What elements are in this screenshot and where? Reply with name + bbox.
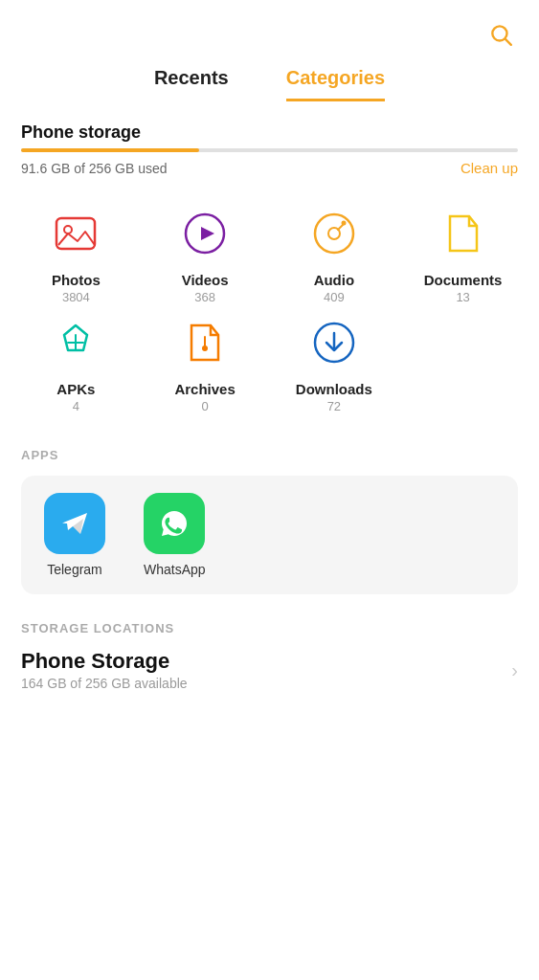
- storage-used-text: 91.6 GB of 256 GB used: [21, 161, 168, 176]
- search-button[interactable]: [483, 17, 518, 52]
- archives-label: Archives: [174, 381, 235, 397]
- apks-label: APKs: [56, 381, 95, 397]
- archives-count: 0: [202, 399, 209, 413]
- photos-count: 3804: [62, 290, 90, 304]
- documents-icon: [433, 203, 494, 264]
- storage-location-phone[interactable]: Phone Storage 164 GB of 256 GB available…: [21, 645, 518, 693]
- whatsapp-icon: [144, 493, 205, 554]
- downloads-icon: [303, 312, 365, 373]
- videos-count: 368: [194, 290, 215, 304]
- downloads-count: 72: [327, 399, 341, 413]
- apps-label: APPS: [21, 448, 518, 462]
- storage-location-sub: 164 GB of 256 GB available: [21, 676, 188, 691]
- category-videos[interactable]: Videos 368: [143, 203, 268, 304]
- header: [0, 0, 539, 59]
- categories-grid: Photos 3804 Videos 368 Audio 409: [0, 176, 539, 421]
- telegram-label: Telegram: [47, 562, 102, 577]
- audio-count: 409: [324, 290, 345, 304]
- svg-rect-2: [56, 218, 95, 249]
- apks-count: 4: [73, 399, 79, 413]
- phone-storage-title: Phone storage: [0, 101, 539, 143]
- archives-icon: [174, 312, 236, 373]
- storage-locations: STORAGE LOCATIONS Phone Storage 164 GB o…: [0, 594, 539, 693]
- category-audio[interactable]: Audio 409: [272, 203, 397, 304]
- category-archives[interactable]: Archives 0: [143, 312, 268, 413]
- storage-location-info: Phone Storage 164 GB of 256 GB available: [21, 649, 188, 691]
- svg-marker-5: [201, 227, 214, 240]
- tabs: Recents Categories: [0, 59, 539, 101]
- apks-icon: [45, 312, 106, 373]
- storage-locations-label: STORAGE LOCATIONS: [21, 621, 518, 635]
- tab-categories[interactable]: Categories: [286, 67, 385, 101]
- app-telegram[interactable]: Telegram: [44, 493, 105, 577]
- storage-bar: [0, 143, 539, 152]
- svg-line-1: [505, 39, 511, 45]
- category-photos[interactable]: Photos 3804: [13, 203, 139, 304]
- storage-location-name: Phone Storage: [21, 649, 188, 674]
- videos-label: Videos: [182, 272, 229, 288]
- apps-grid: Telegram WhatsApp: [21, 476, 518, 594]
- apps-section: APPS Telegram WhatsApp: [0, 421, 539, 594]
- photos-label: Photos: [52, 272, 101, 288]
- videos-icon: [174, 203, 236, 264]
- storage-bar-fill: [21, 148, 199, 152]
- downloads-label: Downloads: [296, 381, 372, 397]
- documents-count: 13: [456, 290, 469, 304]
- documents-label: Documents: [424, 272, 503, 288]
- svg-point-6: [315, 214, 353, 253]
- whatsapp-label: WhatsApp: [144, 562, 206, 577]
- photos-icon: [45, 203, 106, 264]
- chevron-right-icon: ›: [511, 659, 518, 681]
- category-downloads[interactable]: Downloads 72: [272, 312, 397, 413]
- svg-point-3: [64, 226, 72, 234]
- telegram-icon: [44, 493, 105, 554]
- tab-recents[interactable]: Recents: [154, 67, 229, 101]
- category-apks[interactable]: APKs 4: [13, 312, 139, 413]
- cleanup-button[interactable]: Clean up: [460, 160, 518, 176]
- storage-info: 91.6 GB of 256 GB used Clean up: [0, 160, 539, 176]
- audio-icon: [303, 203, 365, 264]
- app-whatsapp[interactable]: WhatsApp: [144, 493, 206, 577]
- category-documents[interactable]: Documents 13: [400, 203, 526, 304]
- audio-label: Audio: [314, 272, 355, 288]
- svg-point-9: [341, 221, 346, 226]
- storage-bar-background: [21, 148, 518, 152]
